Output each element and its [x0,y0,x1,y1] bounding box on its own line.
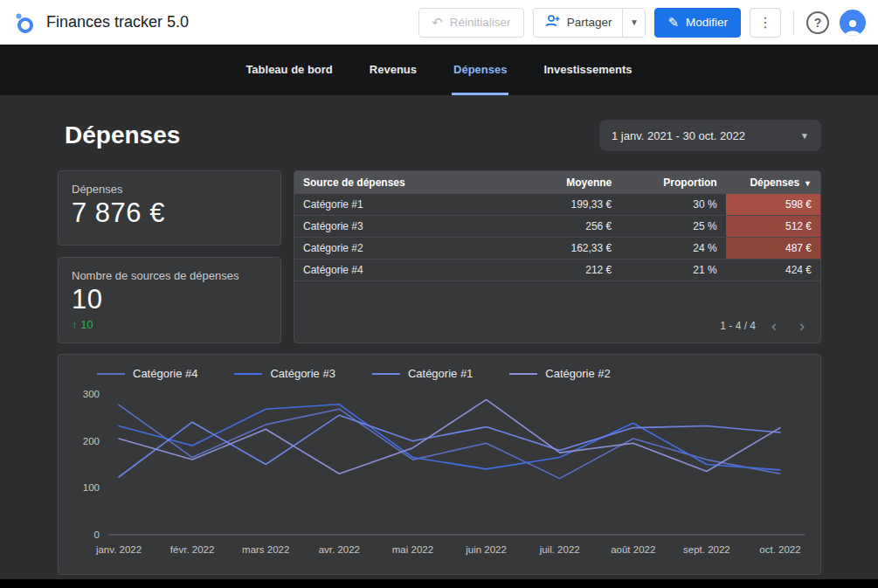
cell-depenses-heat: 424 € [726,259,820,281]
cell-source: Catégorie #4 [294,259,505,281]
cell-proportion: 30 % [620,194,725,216]
table-row: Catégorie #3 256 € 25 % 512 € [294,216,820,238]
table-header-row: Source de dépenses Moyenne Proportion Dé… [294,171,820,194]
cell-proportion: 25 % [620,216,725,238]
report-tabs: Tableau de bord Revenus Dépenses Investi… [0,45,878,95]
prev-page-button[interactable]: ‹ [764,318,784,334]
sort-desc-icon: ▼ [804,179,812,188]
tab-revenus[interactable]: Revenus [368,45,418,95]
legend-swatch [234,373,262,375]
legend-swatch [509,373,537,375]
cards-row: Dépenses 7 876 € Nombre de sources de dé… [58,170,821,343]
bottom-strip [0,579,878,588]
col-header-source[interactable]: Source de dépenses [294,171,505,194]
pagination-range: 1 - 4 / 4 [720,320,756,332]
cell-source: Catégorie #3 [294,216,505,238]
scorecards-column: Dépenses 7 876 € Nombre de sources de dé… [58,170,281,343]
delta-value: 10 [80,318,93,331]
reset-label: Réinitialiser [450,16,511,29]
expenses-table: Source de dépenses Moyenne Proportion Dé… [294,171,820,281]
scorecard-delta: ↑ 10 [72,318,267,331]
cell-depenses-heat: 598 € [726,194,820,216]
legend-swatch [372,373,400,375]
table-row: Catégorie #4 212 € 21 % 424 € [294,259,820,281]
scorecard-sources: Nombre de sources de dépenses 10 ↑ 10 [58,257,281,343]
next-page-button[interactable]: › [792,318,812,334]
svg-text:mai 2022: mai 2022 [392,544,433,555]
legend-label: Catégorie #2 [545,367,610,380]
share-dropdown-button[interactable]: ▼ [622,9,645,37]
svg-text:300: 300 [83,389,100,399]
tab-depenses[interactable]: Dépenses [452,45,508,95]
svg-text:200: 200 [83,436,100,446]
share-button[interactable]: Partager [534,9,623,37]
scorecard-label: Nombre de sources de dépenses [72,269,267,282]
svg-text:août 2022: août 2022 [611,544,655,555]
table-row: Catégorie #2 162,33 € 24 % 487 € [294,238,820,259]
app-logo-icon [12,11,35,34]
col-header-depenses[interactable]: Dépenses▼ [726,171,820,194]
page-title: Dépenses [58,121,180,149]
share-split-button: Partager ▼ [533,8,646,38]
svg-text:janv. 2022: janv. 2022 [95,544,142,555]
expenses-table-card: Source de dépenses Moyenne Proportion Dé… [294,170,821,343]
topbar-actions: ↶ Réinitialiser Partager ▼ ✎ Modifier ⋮ [418,8,866,38]
scorecard-label: Dépenses [72,183,267,196]
share-label: Partager [567,16,612,29]
svg-text:juin 2022: juin 2022 [465,544,507,555]
legend-item[interactable]: Catégorie #4 [97,367,197,380]
more-options-button[interactable]: ⋮ [750,8,781,38]
cell-moyenne: 199,33 € [505,194,620,216]
up-arrow-icon: ↑ [72,318,78,331]
legend-label: Catégorie #4 [133,367,197,380]
scorecard-value: 10 [72,284,267,315]
table-row: Catégorie #1 199,33 € 30 % 598 € [294,194,820,216]
svg-text:100: 100 [83,482,100,493]
edit-label: Modifier [686,16,728,29]
svg-text:févr. 2022: févr. 2022 [170,544,215,555]
svg-text:oct. 2022: oct. 2022 [759,544,800,555]
help-button[interactable]: ? [806,11,829,34]
svg-text:mars 2022: mars 2022 [242,544,289,555]
divider [793,11,794,34]
cell-source: Catégorie #1 [294,194,505,216]
legend-item[interactable]: Catégorie #1 [372,367,473,380]
undo-icon: ↶ [432,16,443,29]
svg-text:sept. 2022: sept. 2022 [683,544,730,555]
col-header-moyenne[interactable]: Moyenne [505,171,620,194]
legend-label: Catégorie #3 [270,367,335,380]
line-chart[interactable]: 0100200300janv. 2022févr. 2022mars 2022a… [71,384,808,564]
reset-button[interactable]: ↶ Réinitialiser [418,8,523,38]
expenses-line-chart-card: Catégorie #4Catégorie #3Catégorie #1Caté… [58,354,821,575]
cell-moyenne: 256 € [505,216,620,238]
main-content: Dépenses 1 janv. 2021 - 30 oct. 2022 ▼ D… [0,95,878,579]
cell-moyenne: 212 € [505,259,620,281]
pagination: 1 - 4 / 4 ‹ › [294,311,820,342]
col-header-proportion[interactable]: Proportion [620,171,725,194]
cell-proportion: 21 % [620,259,725,281]
cell-depenses-heat: 512 € [726,216,820,238]
avatar[interactable] [840,10,866,36]
date-range-value: 1 janv. 2021 - 30 oct. 2022 [612,129,745,142]
brand: Finances tracker 5.0 [12,11,410,34]
tab-tableau-de-bord[interactable]: Tableau de bord [244,45,334,95]
legend-item[interactable]: Catégorie #3 [234,367,335,380]
legend-swatch [97,373,125,375]
page-head: Dépenses 1 janv. 2021 - 30 oct. 2022 ▼ [58,120,821,151]
col-header-label: Dépenses [750,176,799,189]
pencil-icon: ✎ [667,16,679,29]
svg-text:0: 0 [94,529,100,540]
scorecard-value: 7 876 € [72,197,267,229]
scorecard-depenses: Dépenses 7 876 € [58,170,281,246]
topbar: Finances tracker 5.0 ↶ Réinitialiser Par… [0,0,878,45]
app-title: Finances tracker 5.0 [46,13,189,31]
tab-investissements[interactable]: Investissements [542,45,633,95]
date-range-picker[interactable]: 1 janv. 2021 - 30 oct. 2022 ▼ [599,120,821,151]
chevron-down-icon: ▼ [800,131,809,141]
svg-text:juil. 2022: juil. 2022 [539,544,580,555]
cell-source: Catégorie #2 [294,238,505,259]
person-add-icon [544,15,560,30]
legend-item[interactable]: Catégorie #2 [509,367,610,380]
edit-button[interactable]: ✎ Modifier [654,8,741,38]
cell-moyenne: 162,33 € [505,238,620,259]
